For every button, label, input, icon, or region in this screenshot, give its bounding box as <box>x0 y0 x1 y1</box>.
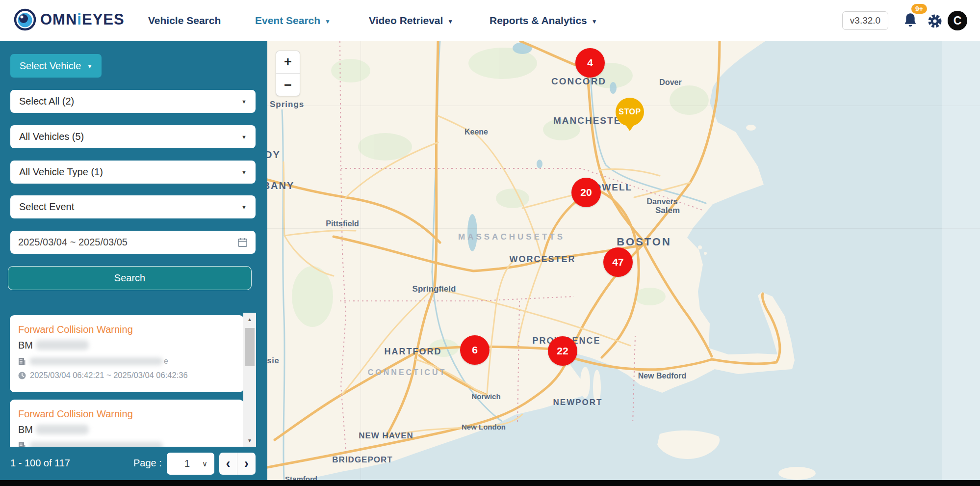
brand-logo[interactable]: OMNiEYES <box>14 8 125 31</box>
page-select[interactable]: 1 ∨ <box>167 453 214 475</box>
map-label-dover: Dover <box>659 78 681 87</box>
redacted-vehicle-text <box>36 425 89 434</box>
tile-seam-strip <box>942 41 980 480</box>
building-icon <box>18 442 26 447</box>
chevron-down-icon: ▼ <box>241 99 247 105</box>
map-zoom-control: + − <box>276 51 300 96</box>
map-label-concord: CONCORD <box>551 76 606 87</box>
map-label-dy: DY <box>267 149 281 161</box>
search-button[interactable]: Search <box>8 266 252 290</box>
zoom-out-button[interactable]: − <box>276 74 300 96</box>
event-title: Forward Collision Warning <box>18 323 235 336</box>
map-label-sie: sie <box>267 356 280 365</box>
results-range-text: 1 - 100 of 117 <box>10 458 70 469</box>
redacted-vehicle-text <box>36 340 89 350</box>
map-label-danvers: Danvers <box>646 197 677 206</box>
chevron-down-icon: ▼ <box>592 18 597 25</box>
map-label-new-bedford: New Bedford <box>638 372 687 380</box>
eye-logo-icon <box>14 8 36 31</box>
map-label-worcester: WORCESTER <box>510 254 576 265</box>
map-label-hartford: HARTFORD <box>385 347 442 357</box>
scrollbar-thumb[interactable] <box>245 328 255 366</box>
app-root: OMNiEYES Vehicle Search Event Search▼ Vi… <box>0 0 980 486</box>
event-address: e <box>18 356 235 366</box>
page-arrows: ‹ › <box>219 453 256 475</box>
map-label-bridgeport: BRIDGEPORT <box>332 455 392 465</box>
top-navbar: OMNiEYES Vehicle Search Event Search▼ Vi… <box>0 0 980 41</box>
event-card[interactable]: Forward Collision WarningBM <box>10 400 244 447</box>
event-results-list: Forward Collision WarningBMe2025/03/04 0… <box>0 313 267 447</box>
nav-reports-analytics[interactable]: Reports & Analytics▼ <box>490 0 597 41</box>
next-page-button[interactable]: › <box>237 453 256 475</box>
map-label-massachusetts: MASSACHUSETTS <box>458 232 565 242</box>
chevron-down-icon: ▼ <box>87 63 92 69</box>
dropdown-all-vehicles[interactable]: All Vehicles (5) ▼ <box>10 125 256 148</box>
chevron-down-icon: ▼ <box>325 18 331 25</box>
settings-button[interactable] <box>927 13 943 29</box>
event-cluster-marker-22[interactable]: 22 <box>548 336 577 366</box>
stop-sign-marker[interactable]: STOP <box>616 98 644 126</box>
map-label-new-london: New London <box>462 423 506 431</box>
map-label-pittsfield: Pittsfield <box>326 219 359 228</box>
map-canvas[interactable]: a SpringsDYBANYsieKeeneCONCORDDoverMANCH… <box>267 41 980 480</box>
event-vehicle-id: BM <box>18 424 235 435</box>
nav-event-search[interactable]: Event Search▼ <box>255 0 331 41</box>
nav-video-retrieval[interactable]: Video Retrieval▼ <box>369 0 453 41</box>
bottom-black-bar <box>0 480 980 486</box>
event-time-range: 2025/03/04 06:42:21 ~ 2025/03/04 06:42:3… <box>18 371 235 380</box>
redacted-address-text <box>29 357 163 365</box>
map-label-newport: NEWPORT <box>553 398 603 407</box>
event-list-scrollbar[interactable]: ▲ ▼ <box>243 313 256 447</box>
map-label-salem: Salem <box>655 206 680 216</box>
chevron-down-icon: ▼ <box>241 169 247 175</box>
chevron-down-icon: ▼ <box>241 134 247 140</box>
chevron-down-icon: ∨ <box>202 459 207 468</box>
chevron-down-icon: ▼ <box>241 204 247 210</box>
dropdown-select-all[interactable]: Select All (2) ▼ <box>10 90 256 113</box>
nav-vehicle-search[interactable]: Vehicle Search <box>148 0 221 41</box>
version-badge: v3.32.0 <box>842 11 888 30</box>
zoom-in-button[interactable]: + <box>276 51 300 74</box>
chevron-down-icon: ▼ <box>447 18 453 25</box>
map-label-bany: BANY <box>267 180 294 191</box>
event-cluster-marker-47[interactable]: 47 <box>603 247 633 277</box>
event-card[interactable]: Forward Collision WarningBMe2025/03/04 0… <box>10 315 244 392</box>
map-label-new-haven: NEW HAVEN <box>359 431 413 441</box>
map-label-keene: Keene <box>464 128 488 136</box>
event-cluster-marker-20[interactable]: 20 <box>571 178 601 207</box>
dropdown-select-event[interactable]: Select Event ▼ <box>10 195 256 218</box>
filter-sidebar: Select Vehicle ▼ Select All (2) ▼ All Ve… <box>0 41 267 480</box>
map-label-connecticut: CONNECTICUT <box>368 368 446 377</box>
event-title: Forward Collision Warning <box>18 407 235 420</box>
event-cluster-marker-4[interactable]: 4 <box>575 48 605 78</box>
map-label-boston: BOSTON <box>617 236 671 248</box>
map-label-stamford: Stamford <box>285 475 317 481</box>
redacted-address-text <box>29 442 163 447</box>
scroll-up-icon[interactable]: ▲ <box>243 314 256 324</box>
notification-count-badge: 9+ <box>910 3 928 15</box>
event-cluster-marker-6[interactable]: 6 <box>460 335 490 365</box>
map-label-norwich: Norwich <box>471 392 500 401</box>
calendar-icon <box>237 237 248 247</box>
tile-seam <box>267 228 980 229</box>
dropdown-vehicle-type[interactable]: All Vehicle Type (1) ▼ <box>10 161 256 184</box>
date-range-input[interactable]: 2025/03/04 ~ 2025/03/05 <box>10 231 256 254</box>
user-avatar[interactable]: C <box>948 11 967 30</box>
pin-tail <box>624 123 635 131</box>
previous-page-button[interactable]: ‹ <box>219 453 237 475</box>
select-vehicle-button[interactable]: Select Vehicle ▼ <box>10 54 102 78</box>
event-address <box>18 441 235 447</box>
clock-icon <box>18 372 26 379</box>
tile-seam <box>361 41 361 480</box>
map-label-a-springs: a Springs <box>267 100 304 109</box>
pagination-bar: 1 - 100 of 117 Page : 1 ∨ ‹ › <box>0 447 267 480</box>
scroll-down-icon[interactable]: ▼ <box>243 435 256 446</box>
event-vehicle-id: BM <box>18 339 235 351</box>
map-label-springfield: Springfield <box>413 284 456 294</box>
gear-icon <box>927 13 943 29</box>
building-icon <box>18 357 26 366</box>
brand-name: OMNiEYES <box>40 11 125 28</box>
page-label: Page : <box>133 458 162 469</box>
